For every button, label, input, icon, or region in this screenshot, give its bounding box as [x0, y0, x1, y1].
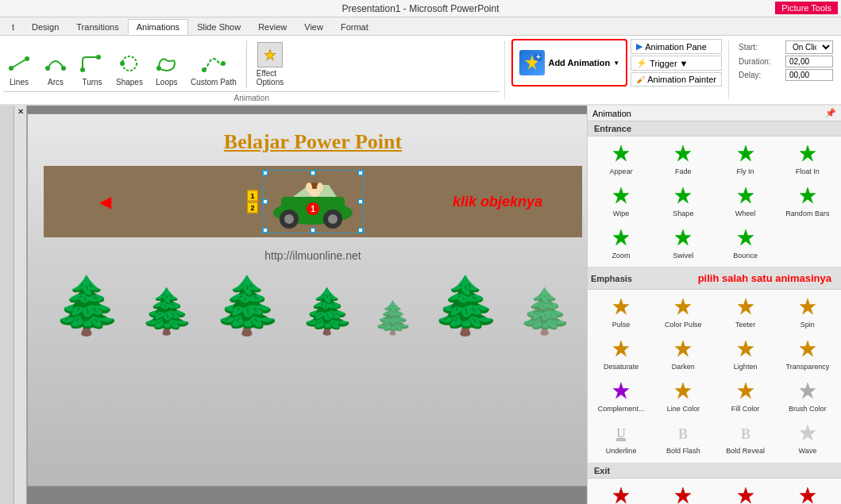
picture-tools-tab[interactable]: Picture Tools: [775, 2, 838, 14]
tab-transitions[interactable]: Transitions: [68, 19, 127, 35]
motion-path-arcs[interactable]: Arcs: [40, 49, 71, 88]
emphasis-item-wave[interactable]: Wave: [777, 419, 838, 460]
entrance-item-appear[interactable]: Appear: [591, 140, 651, 180]
exit-item-float-out[interactable]: Float Out: [777, 482, 838, 504]
svg-marker-50: [675, 383, 691, 398]
start-select[interactable]: On Click: [785, 40, 833, 54]
emphasis-item-bold-flash[interactable]: B Bold Flash: [653, 419, 713, 460]
effect-options-button[interactable]: EffectOptions: [253, 40, 287, 88]
main-area: ✕ Belajar Power Point ◀ 1: [0, 106, 841, 504]
svg-marker-51: [738, 383, 754, 398]
emphasis-item-darken[interactable]: Darken: [653, 335, 713, 375]
tree-2: 🌲: [140, 290, 195, 333]
entrance-label-4: Wipe: [613, 210, 630, 218]
tree-1: 🌲: [52, 278, 122, 333]
delay-input[interactable]: [785, 69, 833, 81]
panel-header: Animation 📌: [588, 106, 841, 121]
emphasis-label-12: Underline: [606, 447, 637, 456]
panel-pin-icon[interactable]: 📌: [825, 108, 836, 118]
trigger-button[interactable]: ⚡ Trigger ▼: [631, 56, 722, 71]
entrance-item-fade[interactable]: Fade: [653, 140, 713, 180]
entrance-star-10: [735, 228, 756, 250]
car-object[interactable]: 1 2: [262, 170, 364, 233]
emphasis-item-brush-color[interactable]: Brush Color: [777, 377, 838, 417]
emphasis-item-lighten[interactable]: Lighten: [716, 335, 776, 375]
entrance-item-wipe[interactable]: Wipe: [591, 182, 651, 222]
close-panel-button[interactable]: ✕: [17, 107, 24, 116]
motion-path-turns[interactable]: Turns: [76, 49, 108, 88]
entrance-item-random-bars[interactable]: Random Bars: [777, 182, 838, 222]
emphasis-item-color-pulse[interactable]: Color Pulse: [653, 293, 713, 333]
motion-path-custom[interactable]: Custom Path: [187, 49, 240, 88]
motion-path-shapes[interactable]: Shapes: [113, 49, 146, 88]
animation-painter-button[interactable]: 🖌 Animation Painter: [631, 72, 722, 87]
emphasis-item-desaturate[interactable]: Desaturate: [591, 335, 651, 375]
tab-slideshow[interactable]: Slide Show: [188, 19, 249, 35]
left-arrow-icon: ◀: [99, 192, 111, 211]
tab-animations[interactable]: Animations: [128, 19, 188, 35]
exit-grid: Disappear Fade Fly Out Float Out: [588, 479, 841, 504]
svg-point-4: [61, 66, 66, 71]
emphasis-label-1: Color Pulse: [665, 321, 702, 329]
exit-star-0: [611, 486, 631, 504]
trees-area: 🌲 🌲 🌲 🌲 🌲 🌲 🌲: [28, 270, 587, 341]
timing-controls: Start: On Click Duration: Delay:: [734, 37, 838, 102]
exit-item-fly-out[interactable]: Fly Out: [716, 482, 776, 504]
entrance-item-swivel[interactable]: Swivel: [653, 224, 713, 264]
tab-view[interactable]: View: [295, 19, 332, 35]
entrance-item-fly-in[interactable]: Fly In: [716, 140, 776, 180]
emphasis-item-transparency[interactable]: Transparency: [777, 335, 838, 375]
svg-marker-59: [675, 487, 691, 503]
emphasis-item-complement---[interactable]: Complement...: [591, 377, 651, 417]
tab-format[interactable]: Format: [332, 19, 377, 35]
tab-review[interactable]: Review: [249, 19, 295, 35]
entrance-star-4: [611, 186, 631, 208]
exit-item-disappear[interactable]: Disappear: [591, 482, 651, 504]
custom-path-label: Custom Path: [191, 78, 237, 87]
svg-marker-42: [675, 298, 691, 314]
emphasis-star-2: [735, 297, 756, 319]
tab-design[interactable]: Design: [23, 19, 68, 35]
emphasis-item-bold-reveal[interactable]: B Bold Reveal: [716, 419, 776, 460]
svg-marker-35: [675, 187, 691, 203]
shapes-label: Shapes: [116, 78, 143, 87]
lines-icon: [6, 51, 32, 76]
entrance-item-float-in[interactable]: Float In: [777, 140, 838, 180]
panel-header-label: Animation: [592, 109, 631, 118]
animation-pane-button[interactable]: ▶ Animation Pane: [631, 39, 722, 54]
svg-marker-31: [675, 145, 691, 161]
entrance-label-6: Wheel: [735, 210, 756, 218]
slide-container: Belajar Power Point ◀ 1 2: [27, 113, 587, 487]
entrance-label-9: Swivel: [673, 252, 693, 260]
emphasis-item-pulse[interactable]: Pulse: [591, 293, 651, 333]
entrance-item-wheel[interactable]: Wheel: [716, 182, 776, 222]
exit-item-fade[interactable]: Fade: [653, 482, 713, 504]
entrance-item-bounce[interactable]: Bounce: [716, 224, 776, 264]
duration-input[interactable]: [785, 56, 833, 67]
svg-text:B: B: [678, 426, 688, 442]
tab-home[interactable]: t: [3, 19, 23, 35]
motion-path-loops[interactable]: Loops: [151, 49, 183, 88]
entrance-item-zoom[interactable]: Zoom: [591, 224, 651, 264]
start-row: Start: On Click: [739, 40, 833, 54]
exit-star-2: [735, 486, 756, 504]
emphasis-star-5: [673, 339, 693, 361]
svg-text:1: 1: [311, 205, 315, 214]
car-selection-box: 1 2: [262, 170, 364, 233]
emphasis-item-teeter[interactable]: Teeter: [716, 293, 776, 333]
svg-point-6: [96, 55, 101, 60]
svg-marker-41: [613, 298, 629, 314]
entrance-label-3: Float In: [796, 167, 820, 176]
emphasis-label: Emphasis: [591, 274, 632, 283]
emphasis-item-spin[interactable]: Spin: [777, 293, 838, 333]
entrance-item-shape[interactable]: Shape: [653, 182, 713, 222]
emphasis-item-underline[interactable]: U Underline: [591, 419, 651, 460]
motion-path-lines[interactable]: Lines: [3, 49, 35, 88]
entrance-section: Entrance Appear Fade Fly In Float In Wip…: [588, 121, 841, 267]
emphasis-star-14: B: [735, 423, 756, 445]
anim-num-2: 2: [247, 202, 258, 214]
emphasis-item-fill-color[interactable]: Fill Color: [716, 377, 776, 417]
add-animation-button[interactable]: + Add Animation ▼: [511, 39, 627, 87]
add-animation-chevron: ▼: [613, 60, 619, 67]
emphasis-item-line-color[interactable]: Line Color: [653, 377, 713, 417]
